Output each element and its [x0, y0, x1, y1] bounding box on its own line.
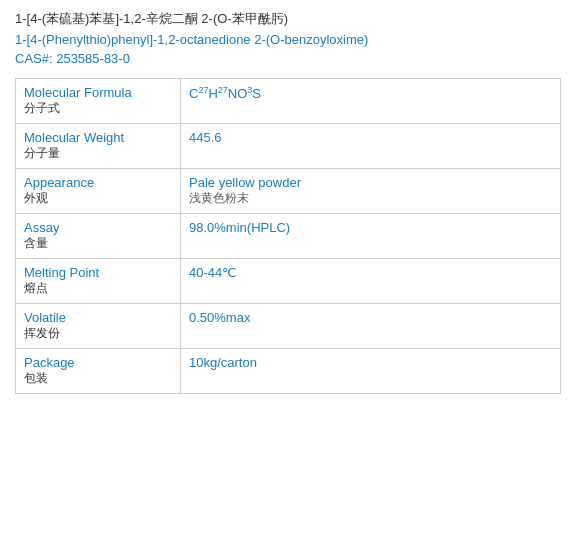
label-cell-0: Molecular Formula分子式: [16, 79, 181, 124]
value-cell-1: 445.6: [181, 124, 561, 169]
properties-table: Molecular Formula分子式C27H27NO3SMolecular …: [15, 78, 561, 394]
label-en-2: Appearance: [24, 175, 172, 190]
cas-number: CAS#: 253585-83-0: [15, 51, 561, 66]
label-cell-1: Molecular Weight分子量: [16, 124, 181, 169]
label-cell-2: Appearance外观: [16, 169, 181, 214]
value-cell-6: 10kg/carton: [181, 349, 561, 394]
label-cell-3: Assay含量: [16, 214, 181, 259]
label-zh-0: 分子式: [24, 100, 172, 117]
table-row: Package包装10kg/carton: [16, 349, 561, 394]
value-cell-5: 0.50%max: [181, 304, 561, 349]
label-zh-5: 挥发份: [24, 325, 172, 342]
value-en-4: 40-44℃: [189, 265, 552, 280]
label-en-5: Volatile: [24, 310, 172, 325]
label-en-3: Assay: [24, 220, 172, 235]
value-zh-2: 浅黄色粉末: [189, 190, 552, 207]
table-row: Molecular Weight分子量445.6: [16, 124, 561, 169]
value-cell-3: 98.0%min(HPLC): [181, 214, 561, 259]
value-en-6: 10kg/carton: [189, 355, 552, 370]
table-row: Volatile挥发份0.50%max: [16, 304, 561, 349]
title-chinese: 1-[4-(苯硫基)苯基]-1,2-辛烷二酮 2-(O-苯甲酰肟): [15, 10, 561, 28]
label-zh-1: 分子量: [24, 145, 172, 162]
label-en-6: Package: [24, 355, 172, 370]
label-zh-3: 含量: [24, 235, 172, 252]
label-en-0: Molecular Formula: [24, 85, 172, 100]
label-cell-4: Melting Point熔点: [16, 259, 181, 304]
table-row: Assay含量98.0%min(HPLC): [16, 214, 561, 259]
value-cell-0: C27H27NO3S: [181, 79, 561, 124]
value-en-1: 445.6: [189, 130, 552, 145]
label-zh-6: 包装: [24, 370, 172, 387]
label-en-4: Melting Point: [24, 265, 172, 280]
value-en-2: Pale yellow powder: [189, 175, 552, 190]
label-cell-5: Volatile挥发份: [16, 304, 181, 349]
value-en-5: 0.50%max: [189, 310, 552, 325]
table-row: Appearance外观Pale yellow powder浅黄色粉末: [16, 169, 561, 214]
table-row: Molecular Formula分子式C27H27NO3S: [16, 79, 561, 124]
label-zh-2: 外观: [24, 190, 172, 207]
label-zh-4: 熔点: [24, 280, 172, 297]
label-cell-6: Package包装: [16, 349, 181, 394]
title-english: 1-[4-(Phenylthio)phenyl]-1,2-octanedione…: [15, 32, 561, 47]
label-en-1: Molecular Weight: [24, 130, 172, 145]
value-cell-4: 40-44℃: [181, 259, 561, 304]
value-en-3: 98.0%min(HPLC): [189, 220, 552, 235]
value-cell-2: Pale yellow powder浅黄色粉末: [181, 169, 561, 214]
table-row: Melting Point熔点40-44℃: [16, 259, 561, 304]
